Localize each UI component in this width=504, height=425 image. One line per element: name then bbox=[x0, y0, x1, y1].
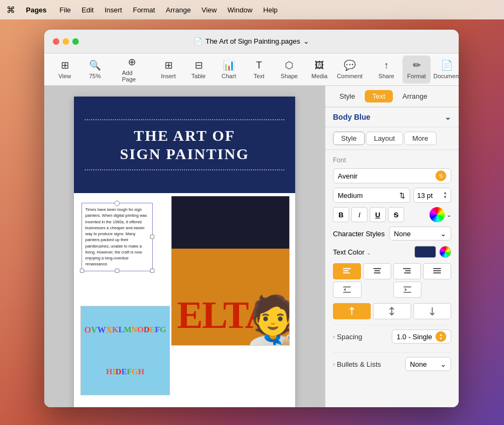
char-styles-chevron-icon: ⌄ bbox=[440, 230, 446, 238]
bullets-selector[interactable]: None ⌄ bbox=[405, 357, 451, 371]
valign-middle-button[interactable] bbox=[373, 303, 411, 319]
italic-button[interactable]: I bbox=[351, 207, 367, 222]
font-size-control[interactable]: 13 pt ▲ ▼ bbox=[413, 188, 451, 203]
spacing-label: Spacing bbox=[337, 333, 362, 341]
title-chevron-icon[interactable]: ⌄ bbox=[303, 37, 309, 45]
canvas-area[interactable]: THE ART OF SIGN PAINTING Times have been… bbox=[44, 86, 325, 407]
media-label: Media bbox=[311, 73, 328, 79]
font-weight-arrows-icon: ⇅ bbox=[399, 191, 405, 200]
menu-view[interactable]: View bbox=[197, 5, 221, 15]
comment-label: Comment bbox=[337, 73, 363, 79]
titlebar: 📄 The Art of Sign Painting.pages ⌄ bbox=[44, 30, 459, 53]
style-selector[interactable]: Body Blue ⌄ bbox=[325, 107, 459, 127]
doc-icon: 📄 bbox=[194, 37, 202, 45]
bullets-chevron-icon[interactable]: › bbox=[333, 361, 335, 367]
font-weight-selector[interactable]: Medium ⇅ bbox=[333, 188, 410, 203]
indent-increase-button[interactable] bbox=[393, 282, 422, 298]
strikethrough-button[interactable]: S bbox=[388, 207, 404, 222]
indent-row bbox=[333, 282, 451, 298]
toolbar-format[interactable]: ✏ Format bbox=[403, 56, 431, 84]
toolbar-chart[interactable]: 📊 Chart bbox=[215, 56, 243, 84]
font-selector-arrow-icon[interactable]: ⇅ bbox=[435, 170, 446, 181]
tab-arrange[interactable]: Arrange bbox=[395, 90, 435, 102]
char-styles-selector[interactable]: None ⌄ bbox=[389, 227, 451, 241]
menu-format[interactable]: Format bbox=[128, 5, 159, 15]
toolbar-insert[interactable]: ⊞ Insert bbox=[154, 56, 182, 84]
chart-icon: 📊 bbox=[223, 59, 235, 71]
toolbar-media[interactable]: 🖼 Media bbox=[305, 56, 333, 84]
shape-icon: ⬡ bbox=[285, 59, 294, 71]
toolbar-add-page[interactable]: ⊕ Add Page bbox=[118, 56, 146, 84]
format-row: B I U S ⌄ bbox=[333, 207, 451, 222]
table-icon: ⊟ bbox=[195, 59, 203, 71]
add-page-label: Add Page bbox=[122, 70, 141, 83]
color-dropdown-icon[interactable]: ⌄ bbox=[447, 212, 451, 218]
close-button[interactable] bbox=[53, 38, 59, 45]
spacing-stepper[interactable]: ▲ ▼ bbox=[435, 331, 446, 342]
insert-label: Insert bbox=[161, 73, 176, 79]
shape-label: Shape bbox=[281, 73, 298, 79]
spacing-row: › Spacing 1.0 - Single ▲ ▼ bbox=[333, 325, 451, 348]
color-wheel-button[interactable] bbox=[439, 246, 451, 258]
toolbar-document[interactable]: 📄 Document bbox=[433, 56, 459, 84]
menu-window[interactable]: Window bbox=[223, 5, 257, 15]
sub-tab-style[interactable]: Style bbox=[333, 132, 365, 145]
color-swatch[interactable] bbox=[414, 246, 436, 258]
align-center-button[interactable] bbox=[363, 263, 391, 279]
panel-content: Font Avenir ⇅ Medium ⇅ 13 pt bbox=[325, 150, 459, 407]
view-icon: ⊞ bbox=[61, 59, 69, 71]
maximize-button[interactable] bbox=[72, 38, 79, 45]
view-label: View bbox=[58, 73, 71, 79]
app-name[interactable]: Pages bbox=[22, 5, 51, 15]
toolbar-text[interactable]: T Text bbox=[245, 56, 273, 84]
indent-decrease-button[interactable] bbox=[333, 282, 362, 298]
insert-icon: ⊞ bbox=[165, 59, 173, 71]
bullets-label-row: › Bullets & Lists bbox=[333, 360, 381, 368]
document-title: The Art of Sign Painting.pages bbox=[206, 37, 301, 45]
char-styles-row: Character Styles None ⌄ bbox=[333, 227, 451, 241]
toolbar-view[interactable]: ⊞ View bbox=[51, 56, 79, 84]
font-name-value: Avenir bbox=[338, 172, 358, 180]
apple-icon[interactable]: ⌘ bbox=[6, 5, 15, 15]
font-size-down-icon[interactable]: ▼ bbox=[443, 195, 447, 200]
text-format-color-button[interactable] bbox=[430, 207, 445, 222]
toolbar-shape[interactable]: ⬡ Shape bbox=[275, 56, 303, 84]
toolbar-zoom[interactable]: 🔍 75% bbox=[81, 56, 109, 84]
tab-style[interactable]: Style bbox=[332, 90, 363, 102]
align-row bbox=[333, 263, 451, 279]
sub-tab-layout[interactable]: Layout bbox=[366, 132, 403, 145]
valign-bottom-button[interactable] bbox=[413, 303, 451, 319]
underline-button[interactable]: U bbox=[370, 207, 386, 222]
valign-top-button[interactable] bbox=[333, 303, 371, 319]
toolbar-share[interactable]: ↑ Share bbox=[372, 56, 400, 84]
font-size-stepper[interactable]: ▲ ▼ bbox=[443, 191, 447, 200]
table-label: Table bbox=[192, 73, 206, 79]
indent-increase-icon bbox=[403, 286, 412, 293]
menu-help[interactable]: Help bbox=[259, 5, 282, 15]
menu-file[interactable]: File bbox=[55, 5, 75, 15]
sub-tab-more[interactable]: More bbox=[404, 132, 437, 145]
text-box[interactable]: Times have been tough for sign painters.… bbox=[81, 203, 153, 271]
tab-text[interactable]: Text bbox=[365, 90, 393, 102]
align-left-button[interactable] bbox=[333, 263, 361, 279]
spacing-control[interactable]: 1.0 - Single ▲ ▼ bbox=[392, 330, 451, 344]
menu-arrange[interactable]: Arrange bbox=[161, 5, 195, 15]
valign-top-icon bbox=[348, 307, 356, 316]
align-right-button[interactable] bbox=[393, 263, 421, 279]
toolbar-table[interactable]: ⊟ Table bbox=[185, 56, 213, 84]
menu-edit[interactable]: Edit bbox=[77, 5, 98, 15]
valign-row bbox=[333, 303, 451, 319]
text-color-label: Text Color ⌄ bbox=[333, 248, 371, 256]
toolbar-comment[interactable]: 💬 Comment bbox=[336, 56, 364, 84]
text-icon: T bbox=[256, 60, 262, 71]
bold-button[interactable]: B bbox=[333, 207, 349, 222]
align-justify-button[interactable] bbox=[423, 263, 451, 279]
font-name-selector[interactable]: Avenir ⇅ bbox=[333, 168, 451, 183]
share-icon: ↑ bbox=[384, 60, 389, 71]
main-window: 📄 The Art of Sign Painting.pages ⌄ ⊞ Vie… bbox=[44, 30, 459, 407]
menu-insert[interactable]: Insert bbox=[100, 5, 127, 15]
font-size-value: 13 pt bbox=[417, 191, 433, 200]
text-color-chevron-icon: ⌄ bbox=[366, 250, 371, 256]
minimize-button[interactable] bbox=[63, 38, 69, 45]
spacing-chevron-icon[interactable]: › bbox=[333, 334, 335, 340]
